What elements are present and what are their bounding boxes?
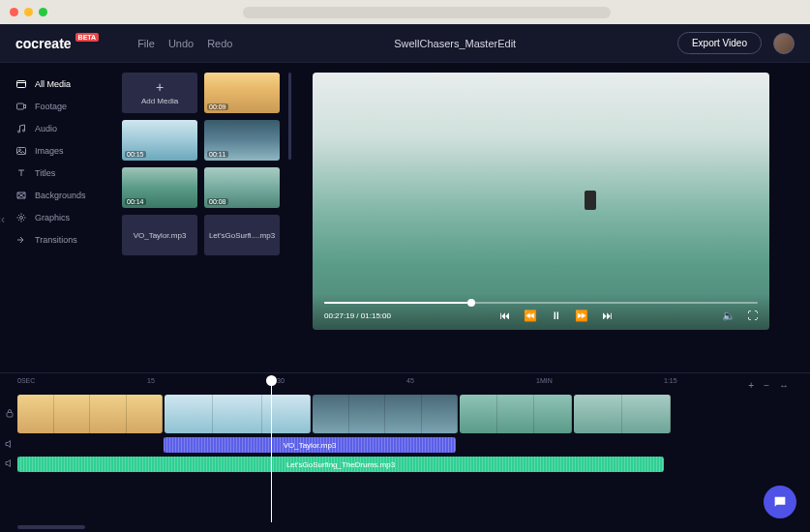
media-clip-3[interactable]: 00:11 xyxy=(204,120,280,161)
timeline: 0SEC 15 30 45 1MIN 1:15 + − ↔ ↖ xyxy=(0,372,810,531)
main-menu: File Undo Redo xyxy=(137,38,232,49)
timeline-horizontal-scrollbar[interactable] xyxy=(17,525,85,529)
window-chrome xyxy=(0,0,810,24)
sidebar-item-audio[interactable]: Audio xyxy=(10,119,116,138)
timeline-clip-4[interactable] xyxy=(460,395,572,433)
media-clip-1[interactable]: 00:09 xyxy=(204,73,280,113)
window-zoom-dot[interactable] xyxy=(39,8,47,16)
ruler-tick: 15 xyxy=(147,377,155,384)
app-logo[interactable]: cocreate BETA xyxy=(15,36,99,51)
zoom-fit-icon[interactable]: ↔ xyxy=(779,380,789,391)
sidebar-item-label: Backgrounds xyxy=(35,191,86,200)
zoom-in-icon[interactable]: + xyxy=(748,380,754,391)
media-clip-2[interactable]: 00:15 xyxy=(122,120,197,161)
add-media-button[interactable]: + Add Media xyxy=(122,73,197,113)
svg-rect-7 xyxy=(7,413,13,418)
speaker-icon[interactable] xyxy=(4,438,15,452)
timeline-tools: + − ↔ xyxy=(748,380,789,391)
volume-icon[interactable]: 🔈 xyxy=(722,310,735,322)
graphics-icon xyxy=(15,212,27,223)
media-clip-5[interactable]: 00:08 xyxy=(204,167,280,208)
sidebar-item-images[interactable]: Images xyxy=(10,141,116,161)
titles-icon xyxy=(15,167,27,179)
sidebar-item-graphics[interactable]: Graphics xyxy=(10,208,116,227)
images-icon xyxy=(15,145,27,157)
footage-icon xyxy=(15,101,27,112)
sidebar-item-label: Transitions xyxy=(35,235,77,245)
window-close-dot[interactable] xyxy=(10,8,18,16)
sidebar-item-transitions[interactable]: Transitions xyxy=(10,230,116,250)
menu-undo[interactable]: Undo xyxy=(168,38,194,49)
scrubber-knob[interactable] xyxy=(467,299,475,307)
preview-scrubber[interactable] xyxy=(324,302,758,304)
ruler-tick: 30 xyxy=(277,377,285,384)
skip-end-icon[interactable]: ⏭ xyxy=(602,310,613,322)
svg-rect-0 xyxy=(17,81,26,88)
audio-track-music[interactable]: Let'sGoSurfing_TheDrums.mp3 xyxy=(17,457,800,472)
timeline-audio-vo[interactable]: VO_Taylor.mp3 xyxy=(164,437,456,453)
audio-icon xyxy=(15,123,27,134)
media-clip-4[interactable]: 00:14 xyxy=(122,167,197,208)
forward-icon[interactable]: ⏩ xyxy=(575,310,588,322)
window-minimize-dot[interactable] xyxy=(24,8,33,16)
audio-track-vo[interactable]: VO_Taylor.mp3 xyxy=(17,437,800,453)
preview-controls: 00:27:19 / 01:15:00 ⏮ ⏪ ⏸ ⏩ ⏭ 🔈 ⛶ xyxy=(313,294,769,330)
video-track[interactable] xyxy=(17,395,800,433)
media-audio-1[interactable]: VO_Taylor.mp3 xyxy=(122,215,197,255)
svg-rect-1 xyxy=(17,103,24,109)
timeline-clip-3[interactable] xyxy=(313,395,458,433)
beta-badge: BETA xyxy=(75,33,100,42)
timeline-playhead[interactable] xyxy=(271,377,272,522)
url-bar-area xyxy=(53,7,800,18)
chat-icon xyxy=(772,494,788,510)
clip-duration: 00:09 xyxy=(207,103,228,110)
pause-icon[interactable]: ⏸ xyxy=(551,310,561,322)
svg-point-2 xyxy=(18,131,20,133)
ruler-tick: 1:15 xyxy=(664,377,677,384)
app-header: cocreate BETA File Undo Redo SwellChaser… xyxy=(0,24,810,63)
waveform xyxy=(164,437,456,453)
sidebar-item-footage[interactable]: Footage xyxy=(10,97,116,116)
help-chat-button[interactable] xyxy=(764,486,796,518)
timeline-clip-5[interactable] xyxy=(574,395,671,433)
media-audio-2[interactable]: Let'sGoSurfi....mp3 xyxy=(204,215,280,255)
zoom-out-icon[interactable]: − xyxy=(764,380,769,391)
timeline-audio-music[interactable]: Let'sGoSurfing_TheDrums.mp3 xyxy=(17,457,664,472)
sidebar-item-label: All Media xyxy=(35,79,71,89)
export-video-button[interactable]: Export Video xyxy=(677,32,762,54)
video-preview[interactable]: 00:27:19 / 01:15:00 ⏮ ⏪ ⏸ ⏩ ⏭ 🔈 ⛶ xyxy=(313,73,769,330)
add-media-label: Add Media xyxy=(141,97,178,105)
timeline-ruler[interactable]: 0SEC 15 30 45 1MIN 1:15 + − ↔ ↖ xyxy=(17,377,800,391)
backgrounds-icon xyxy=(15,190,27,201)
sidebar-item-label: Graphics xyxy=(35,213,70,222)
lock-icon[interactable] xyxy=(4,407,15,421)
rewind-icon[interactable]: ⏪ xyxy=(524,310,537,322)
user-avatar[interactable] xyxy=(773,33,795,54)
timeline-rows: VO_Taylor.mp3 Let'sGoSurfing_TheDrums.mp… xyxy=(17,395,800,472)
preview-subject xyxy=(585,191,596,210)
sidebar-item-all-media[interactable]: All Media xyxy=(10,74,116,94)
sidebar-collapse-button[interactable]: ‹‹ xyxy=(0,213,5,226)
plus-icon: + xyxy=(156,80,164,94)
preview-area: 00:27:19 / 01:15:00 ⏮ ⏪ ⏸ ⏩ ⏭ 🔈 ⛶ xyxy=(285,63,810,372)
svg-point-3 xyxy=(23,130,25,132)
sidebar-item-label: Audio xyxy=(35,124,57,133)
timeline-clip-1[interactable] xyxy=(17,395,163,433)
ruler-tick: 45 xyxy=(406,377,414,384)
url-bar[interactable] xyxy=(243,7,611,18)
menu-file[interactable]: File xyxy=(137,38,155,49)
clip-duration: 00:14 xyxy=(125,198,146,205)
menu-redo[interactable]: Redo xyxy=(207,38,232,49)
sidebar-item-label: Footage xyxy=(35,102,67,111)
timeline-clip-2[interactable] xyxy=(165,395,311,433)
transitions-icon xyxy=(15,234,27,246)
preview-time: 00:27:19 / 01:15:00 xyxy=(324,311,391,320)
speaker-icon[interactable] xyxy=(4,458,15,471)
clip-duration: 00:11 xyxy=(207,151,228,158)
fullscreen-icon[interactable]: ⛶ xyxy=(747,310,758,322)
sidebar-item-titles[interactable]: Titles xyxy=(10,163,116,183)
waveform xyxy=(17,457,664,472)
media-audio-label: VO_Taylor.mp3 xyxy=(134,231,187,240)
skip-start-icon[interactable]: ⏮ xyxy=(499,310,510,322)
sidebar-item-backgrounds[interactable]: Backgrounds xyxy=(10,186,116,205)
